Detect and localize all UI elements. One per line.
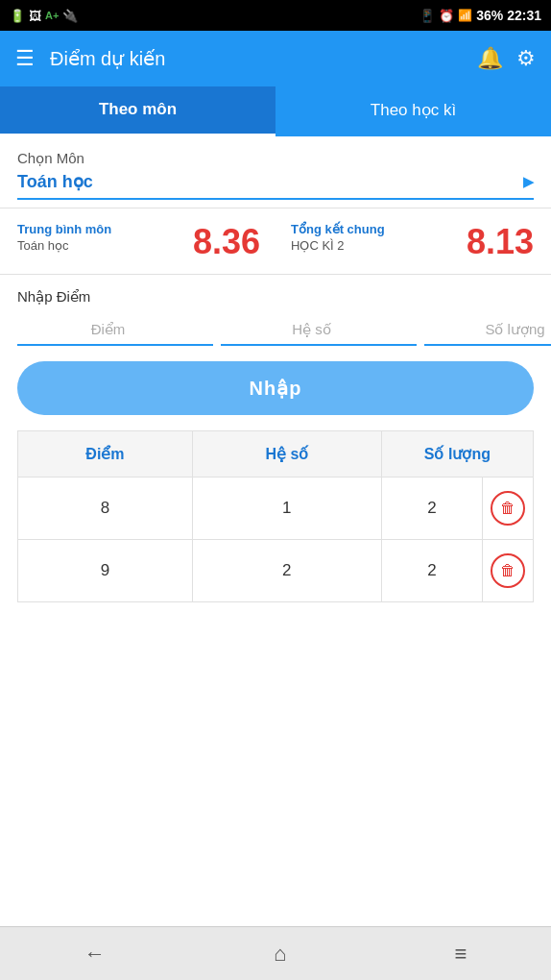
he-so-input[interactable]: [221, 317, 417, 346]
delete-row-button[interactable]: 🗑: [491, 553, 525, 588]
cell-diem: 9: [18, 540, 193, 602]
submit-button[interactable]: Nhập: [17, 361, 534, 415]
usb-icon: 🔌: [62, 9, 78, 23]
tab-theo-hoc-ki[interactable]: Theo học kì: [276, 86, 551, 136]
table-header-soluong: Số lượng: [381, 431, 533, 478]
back-button[interactable]: ←: [69, 934, 121, 974]
subject-section: Chọn Môn Toán học ▶: [0, 136, 551, 208]
total-stat-block: Tổng kết chung HỌC KÌ 2: [291, 222, 443, 262]
total-stat-subtitle: HỌC KÌ 2: [291, 238, 443, 253]
main-content: Chọn Môn Toán học ▶ Trung bình môn Toán …: [0, 136, 551, 926]
status-right-info: 📱 ⏰ 📶 36% 22:31: [419, 8, 541, 23]
input-section: Nhập Điểm Nhập Điểm Hệ số Số lượng 8 1 2…: [0, 275, 551, 612]
app-icon: A+: [45, 10, 59, 21]
page-title: Điểm dự kiến: [50, 47, 464, 70]
phone-icon: 📱: [419, 9, 435, 23]
signal-icon: 📶: [458, 9, 472, 22]
total-value-row: 8.13: [459, 222, 534, 262]
stats-row: Trung bình môn Toán học 8.36 Tổng kết ch…: [0, 208, 551, 275]
notification-bell-button[interactable]: 🔔: [477, 46, 503, 71]
chevron-down-icon: ▶: [523, 174, 534, 189]
avg-stat-block: Trung bình môn Toán học: [17, 222, 170, 262]
bottom-nav: ← ⌂ ≡: [0, 926, 551, 980]
menu-button[interactable]: ≡: [440, 934, 483, 974]
time-display: 22:31: [507, 8, 541, 23]
grades-table: Điểm Hệ số Số lượng 8 1 2 🗑 9 2 2 🗑: [17, 430, 534, 602]
tab-theo-mon[interactable]: Theo môn: [0, 86, 276, 136]
clock-icon: ⏰: [439, 9, 454, 23]
cell-soluong: 2: [381, 540, 482, 602]
subject-selector[interactable]: Toán học ▶: [17, 171, 534, 200]
status-bar: 🔋 🖼 A+ 🔌 📱 ⏰ 📶 36% 22:31: [0, 0, 551, 31]
table-row: 9 2 2 🗑: [18, 540, 534, 602]
cell-soluong: 2: [381, 478, 482, 540]
so-luong-input[interactable]: [424, 317, 551, 346]
hamburger-menu-button[interactable]: ☰: [15, 48, 35, 69]
tab-bar: Theo môn Theo học kì: [0, 86, 551, 136]
avg-stat-title: Trung bình môn: [17, 222, 170, 236]
subject-label: Chọn Môn: [17, 150, 534, 167]
total-value: 8.13: [467, 222, 534, 262]
avg-value-row: 8.36: [185, 222, 260, 262]
table-row: 8 1 2 🗑: [18, 478, 534, 540]
delete-row-button[interactable]: 🗑: [491, 491, 525, 526]
diem-input[interactable]: [17, 317, 213, 346]
battery-status-icon: 🔋: [10, 9, 25, 23]
table-header-heso: Hệ số: [192, 431, 381, 478]
home-button[interactable]: ⌂: [258, 934, 301, 974]
settings-button[interactable]: ⚙: [516, 46, 536, 71]
top-bar: ☰ Điểm dự kiến 🔔 ⚙: [0, 31, 551, 86]
cell-delete: 🗑: [483, 540, 534, 602]
input-fields-row: [17, 317, 534, 346]
cell-diem: 8: [18, 478, 193, 540]
avg-value: 8.36: [193, 222, 260, 262]
avg-stat-subtitle: Toán học: [17, 238, 170, 253]
photo-icon: 🖼: [29, 9, 41, 23]
total-stat-title: Tổng kết chung: [291, 222, 443, 236]
cell-heso: 2: [192, 540, 381, 602]
battery-pct: 36%: [476, 8, 503, 23]
cell-delete: 🗑: [483, 478, 534, 540]
table-header-diem: Điểm: [18, 431, 193, 478]
selected-subject-name: Toán học: [17, 171, 93, 192]
input-section-label: Nhập Điểm: [17, 288, 534, 306]
status-left-icons: 🔋 🖼 A+ 🔌: [10, 9, 78, 23]
cell-heso: 1: [192, 478, 381, 540]
